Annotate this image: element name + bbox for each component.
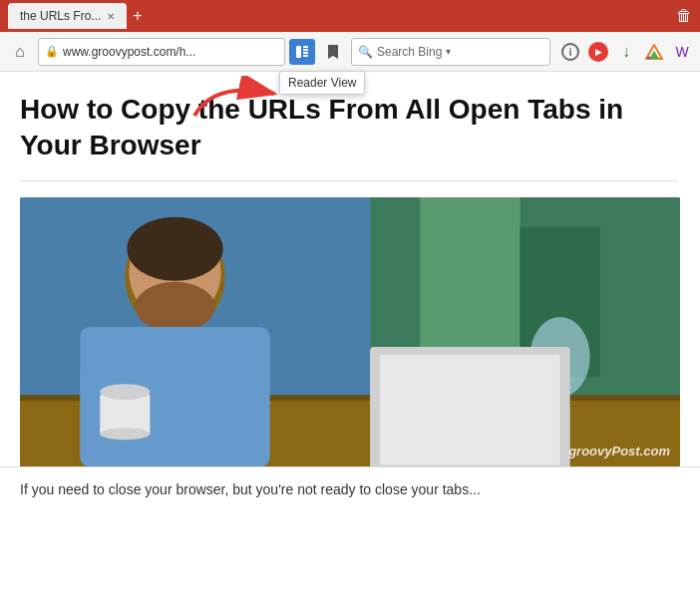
image-scene: groovyPost.com (20, 197, 680, 466)
drive-button[interactable] (642, 40, 666, 64)
search-icon: 🔍 (358, 45, 373, 59)
info-button[interactable]: i (558, 40, 582, 64)
url-text: www.groovypost.com/h... (63, 45, 195, 59)
search-dropdown-icon[interactable]: ▾ (446, 46, 451, 57)
svg-point-25 (100, 384, 150, 400)
svg-rect-17 (380, 355, 560, 464)
svg-rect-1 (303, 46, 308, 48)
tab-area: the URLs Fro... ✕ + (8, 0, 149, 32)
search-placeholder-text: Search Bing (377, 45, 442, 59)
svg-rect-2 (303, 49, 308, 51)
bookmark-button[interactable] (319, 38, 347, 66)
play-icon: ▶ (588, 42, 608, 62)
drive-icon (645, 44, 663, 60)
reader-view-container: Reader View (289, 39, 315, 65)
info-icon: i (561, 43, 579, 61)
watermark: groovyPost.com (568, 444, 670, 458)
edge-button[interactable]: W (670, 40, 694, 64)
toolbar-icons: i ▶ ↓ W (558, 40, 694, 64)
reader-view-tooltip: Reader View (279, 71, 365, 95)
home-icon: ⌂ (15, 43, 25, 61)
trash-icon[interactable]: 🗑 (676, 7, 692, 25)
article-image: groovyPost.com (20, 197, 680, 466)
nav-area-wrapper: ⌂ 🔒 www.groovypost.com/h... Reader View (0, 32, 700, 72)
new-tab-button[interactable]: + (127, 5, 148, 27)
article-body-text: If you need to close your browser, but y… (20, 479, 680, 500)
search-bar[interactable]: 🔍 Search Bing ▾ (351, 38, 550, 66)
svg-rect-4 (303, 55, 308, 57)
edge-icon: W (675, 44, 688, 60)
svg-rect-0 (296, 46, 301, 58)
svg-rect-3 (303, 52, 308, 54)
article-divider (20, 180, 678, 181)
svg-point-21 (135, 282, 214, 332)
browser-tab[interactable]: the URLs Fro... ✕ (8, 3, 127, 29)
scene-svg (20, 197, 680, 466)
tab-label: the URLs Fro... (20, 9, 101, 23)
title-bar: the URLs Fro... ✕ + 🗑 (0, 0, 700, 32)
reader-view-icon (295, 45, 309, 59)
download-button[interactable]: ↓ (614, 40, 638, 64)
article-body: If you need to close your browser, but y… (0, 466, 700, 500)
download-icon: ↓ (622, 43, 630, 61)
article-title: How to Copy the URLs From All Open Tabs … (20, 92, 678, 164)
content-area: How to Copy the URLs From All Open Tabs … (0, 72, 700, 608)
lock-icon: 🔒 (45, 45, 59, 58)
address-bar[interactable]: 🔒 www.groovypost.com/h... (38, 38, 285, 66)
tab-close-icon[interactable]: ✕ (107, 11, 115, 22)
svg-point-27 (127, 216, 222, 280)
svg-point-26 (100, 428, 150, 440)
home-button[interactable]: ⌂ (6, 38, 34, 66)
image-wrapper: groovyPost.com (0, 197, 700, 466)
bookmark-icon (327, 44, 339, 60)
reader-view-button[interactable] (289, 39, 315, 65)
play-button[interactable]: ▶ (586, 40, 610, 64)
nav-bar: ⌂ 🔒 www.groovypost.com/h... Reader View (0, 32, 700, 72)
